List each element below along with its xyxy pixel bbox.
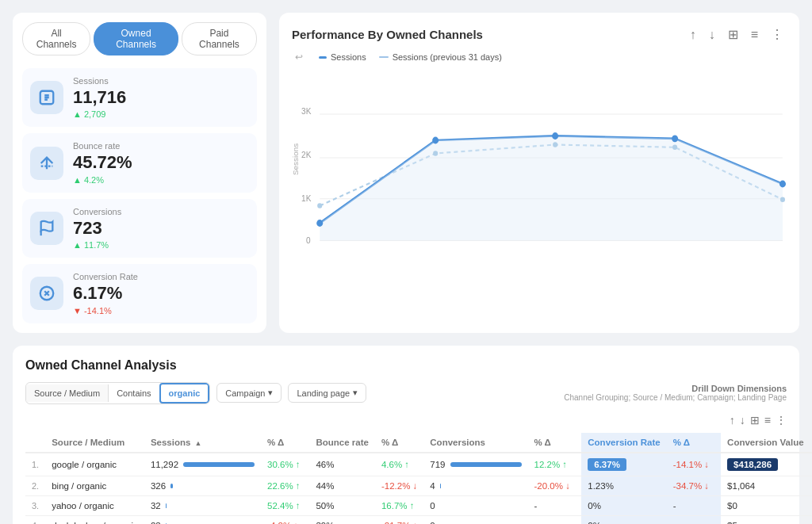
cell-sessions-pct-2: 52.4% ↑ — [261, 495, 309, 515]
cell-conv-value-0: $418,286 — [721, 453, 810, 476]
col-conversions-pct: % Δ — [528, 433, 582, 453]
source-filter-op[interactable]: Contains — [109, 384, 159, 402]
svg-text:1K: 1K — [301, 193, 311, 204]
svg-point-16 — [779, 181, 786, 188]
filter-row: Source / Medium Contains organic Campaig… — [25, 382, 787, 404]
cell-conv-rate-2: 0% — [581, 495, 666, 515]
legend-label-sessions-prev: Sessions (previous 31 days) — [393, 52, 502, 62]
chart-actions: ↑ ↓ ⊞ ≡ ⋮ — [687, 25, 787, 44]
legend-sessions: Sessions — [319, 52, 366, 62]
table-more-btn[interactable]: ⋮ — [776, 414, 787, 426]
chart-back-btn[interactable]: ↩ — [292, 50, 306, 64]
campaign-filter-label: Campaign — [225, 388, 265, 398]
tab-all-channels[interactable]: All Channels — [22, 22, 90, 55]
sessions-value: 11,716 — [73, 87, 249, 108]
conversions-label: Conversions — [73, 207, 249, 216]
cell-bounce-pct-3: -21.7% ↓ — [375, 515, 423, 524]
conversion-rate-icon — [30, 277, 63, 310]
cell-bounce-pct-2: 16.7% ↑ — [375, 495, 423, 515]
cell-conversions-pct-0: 12.2% ↑ — [528, 453, 582, 476]
bottom-section: Owned Channel Analysis Source / Medium C… — [13, 346, 799, 524]
table-grid-btn[interactable]: ⊞ — [750, 414, 760, 426]
chart-up-btn[interactable]: ↑ — [687, 26, 699, 44]
campaign-filter-arrow: ▾ — [268, 388, 273, 398]
svg-point-13 — [432, 137, 439, 144]
cell-conversions-3: 0 — [423, 515, 527, 524]
cell-num-0: 1. — [25, 453, 45, 476]
table-row: 3. yahoo / organic 32 52.4% ↑ 50% 16.7% … — [25, 495, 812, 515]
sessions-label: Sessions — [73, 76, 249, 86]
cell-conv-value-2: $0 — [721, 495, 810, 515]
drill-down-info: Drill Down Dimensions Channel Grouping; … — [564, 384, 787, 402]
campaign-filter[interactable]: Campaign ▾ — [216, 383, 282, 403]
legend-sessions-prev: Sessions (previous 31 days) — [379, 52, 502, 62]
col-sessions[interactable]: Sessions ▲ — [144, 433, 261, 453]
table-header: Source / Medium Sessions ▲ % Δ Bounce ra… — [25, 433, 812, 453]
cell-conv-value-3: $5 — [721, 515, 810, 524]
cell-sessions-0: 11,292 — [144, 453, 261, 476]
source-filter-value[interactable]: organic — [159, 383, 210, 404]
legend-dot-sessions-prev — [379, 56, 389, 58]
svg-point-21 — [780, 197, 785, 203]
landing-page-filter-arrow: ▾ — [353, 388, 358, 398]
cell-conversions-pct-1: -20.0% ↓ — [528, 476, 582, 495]
col-source[interactable]: Source / Medium — [45, 433, 144, 453]
cell-sessions-pct-1: 22.6% ↑ — [261, 476, 309, 495]
chart-more-btn[interactable]: ⋮ — [768, 25, 787, 44]
legend-label-sessions: Sessions — [331, 52, 366, 62]
tab-owned-channels[interactable]: Owned Channels — [94, 22, 178, 55]
col-num — [25, 433, 45, 453]
chart-panel: Performance By Owned Channels ↑ ↓ ⊞ ≡ ⋮ … — [279, 13, 799, 333]
cell-bounce-pct-0: 4.6% ↑ — [375, 453, 423, 476]
cell-sessions-3: 23 — [144, 515, 261, 524]
col-conv-value[interactable]: Conversion Value — [721, 433, 810, 453]
cell-conv-rate-pct-1: -34.7% ↓ — [667, 476, 721, 495]
conversions-card: Conversions 723 ▲ 11.7% — [22, 199, 257, 258]
landing-page-filter[interactable]: Landing page ▾ — [288, 383, 366, 403]
conversion-rate-change: ▼ -14.1% — [73, 306, 249, 316]
svg-text:2K: 2K — [301, 150, 311, 160]
cell-conversions-pct-2: - — [528, 495, 582, 515]
sessions-info: Sessions 11,716 ▲ 2,709 — [73, 76, 249, 119]
svg-text:3K: 3K — [301, 106, 311, 117]
cell-conversions-0: 719 — [423, 453, 527, 476]
channel-tabs: All Channels Owned Channels Paid Channel… — [22, 22, 257, 55]
metrics-panel: All Channels Owned Channels Paid Channel… — [13, 13, 266, 333]
tab-paid-channels[interactable]: Paid Channels — [182, 22, 257, 55]
cell-source-3: duckduckgo / organic — [45, 515, 144, 524]
cell-num-3: 4. — [25, 515, 45, 524]
table-up-btn[interactable]: ↑ — [730, 414, 735, 426]
cell-bounce-0: 46% — [309, 453, 374, 476]
col-conversions[interactable]: Conversions — [423, 433, 527, 453]
cell-source-2: yahoo / organic — [45, 495, 144, 515]
drill-down-options: Channel Grouping; Source / Medium; Campa… — [564, 393, 787, 402]
table-row: 1. google / organic 11,292 30.6% ↑ 46% 4… — [25, 453, 812, 476]
chart-svg: 0 1K 2K 3K — [292, 71, 787, 245]
chart-area: 0 1K 2K 3K — [292, 71, 787, 245]
svg-point-15 — [672, 135, 678, 142]
cell-sessions-pct-0: 30.6% ↑ — [261, 453, 309, 476]
svg-point-14 — [552, 132, 558, 140]
bounce-rate-icon — [30, 147, 63, 180]
chart-down-btn[interactable]: ↓ — [706, 26, 718, 44]
cell-bounce-2: 50% — [309, 495, 374, 515]
chart-grid-btn[interactable]: ⊞ — [725, 25, 741, 44]
conversions-info: Conversions 723 ▲ 11.7% — [73, 207, 249, 250]
conversion-rate-label: Conversion Rate — [73, 272, 249, 281]
landing-page-filter-label: Landing page — [297, 388, 350, 398]
table-actions: ↑ ↓ ⊞ ≡ ⋮ — [25, 414, 787, 426]
cell-sessions-1: 326 — [144, 476, 261, 495]
bounce-rate-label: Bounce rate — [73, 141, 249, 151]
col-conv-rate[interactable]: Conversion Rate — [581, 433, 666, 453]
svg-point-20 — [672, 145, 677, 151]
conversion-rate-info: Conversion Rate 6.17% ▼ -14.1% — [73, 272, 249, 315]
cell-source-0: google / organic — [45, 453, 144, 476]
chart-filter-btn[interactable]: ≡ — [748, 26, 761, 44]
svg-point-12 — [316, 220, 323, 227]
table-filter-btn[interactable]: ≡ — [764, 414, 771, 426]
cell-bounce-pct-1: -12.2% ↓ — [375, 476, 423, 495]
bounce-rate-value: 45.72% — [73, 152, 249, 173]
col-bounce[interactable]: Bounce rate — [309, 433, 374, 453]
table-down-btn[interactable]: ↓ — [740, 414, 745, 426]
analysis-title: Owned Channel Analysis — [25, 358, 787, 373]
